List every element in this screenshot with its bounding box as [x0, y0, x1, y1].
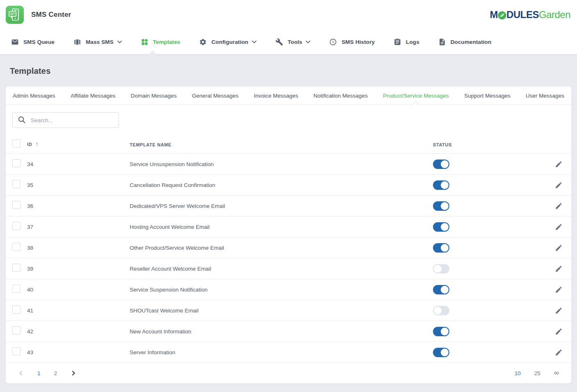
status-toggle[interactable] — [433, 222, 449, 232]
row-checkbox[interactable] — [12, 326, 21, 335]
table-row: 36 Dedicated/VPS Server Welcome Email — [6, 195, 571, 216]
search-icon — [18, 116, 26, 126]
grid-icon — [141, 38, 149, 46]
row-checkbox[interactable] — [12, 201, 21, 209]
gear-icon — [199, 38, 207, 46]
next-page-button[interactable] — [71, 370, 76, 376]
nav-logs[interactable]: Logs — [384, 30, 429, 54]
select-all-checkbox[interactable] — [12, 139, 21, 148]
status-toggle[interactable] — [433, 201, 449, 211]
brand: SMS Center — [6, 6, 71, 24]
nav-tools[interactable]: Tools — [266, 30, 320, 54]
status-toggle[interactable] — [433, 285, 449, 294]
pagination: 1 2 10 25 ∞ — [6, 362, 571, 383]
status-toggle[interactable] — [433, 306, 449, 315]
edit-button[interactable] — [554, 243, 563, 252]
page-size-infinity[interactable]: ∞ — [554, 369, 559, 377]
table-row: 42 New Account Information — [6, 321, 571, 342]
edit-button[interactable] — [554, 201, 563, 210]
tab-admin-messages[interactable]: Admin Messages — [13, 87, 55, 104]
nav-configuration[interactable]: Configuration — [190, 30, 266, 54]
page-size-25[interactable]: 25 — [534, 370, 540, 376]
status-toggle[interactable] — [433, 264, 449, 273]
tab-domain-messages[interactable]: Domain Messages — [131, 87, 177, 104]
edit-button[interactable] — [554, 180, 563, 189]
envelope-icon — [11, 38, 19, 46]
columns-icon — [73, 38, 81, 46]
edit-button[interactable] — [554, 160, 563, 169]
sort-asc-icon[interactable]: ↑ — [35, 141, 38, 147]
nav-mass-sms[interactable]: Mass SMS — [64, 30, 131, 54]
message-category-tabs: Admin Messages Affiliate Messages Domain… — [6, 87, 571, 105]
row-checkbox[interactable] — [12, 264, 21, 272]
logo-text-garden: Garden — [539, 9, 570, 21]
row-checkbox[interactable] — [12, 347, 21, 356]
row-checkbox[interactable] — [12, 159, 21, 167]
tab-affiliate-messages[interactable]: Affiliate Messages — [71, 87, 115, 104]
tab-invoice-messages[interactable]: Invoice Messages — [254, 87, 298, 104]
row-id: 36 — [27, 203, 33, 209]
nav-documentation[interactable]: Documentation — [429, 30, 501, 54]
page-title: Templates — [10, 66, 567, 76]
status-toggle[interactable] — [433, 348, 449, 357]
status-toggle[interactable] — [433, 180, 449, 190]
logo-text-dules: DULES — [506, 9, 539, 21]
globe-icon — [497, 11, 507, 20]
row-id: 40 — [27, 287, 33, 293]
clock-icon — [329, 38, 337, 46]
pagination-pages: 1 2 — [18, 370, 76, 376]
edit-button[interactable] — [554, 264, 563, 273]
row-template-name: Service Suspension Notification — [130, 287, 208, 293]
edit-button[interactable] — [554, 348, 563, 357]
modulesgarden-logo: M DULES Garden — [490, 9, 570, 21]
edit-button[interactable] — [554, 306, 563, 315]
row-template-name: Other Product/Service Welcome Email — [130, 245, 224, 251]
main-nav: SMS Queue Mass SMS Templates Configurati… — [0, 30, 577, 55]
phone-chat-icon — [6, 6, 24, 24]
clipboard-icon — [394, 38, 401, 46]
status-toggle[interactable] — [433, 160, 449, 169]
tab-product-service-messages[interactable]: Product/Service Messages — [383, 87, 449, 104]
search-input[interactable] — [12, 112, 119, 128]
table-row: 37 Hosting Account Welcome Email — [6, 216, 571, 237]
pencil-icon — [555, 265, 563, 273]
row-checkbox[interactable] — [12, 222, 21, 230]
edit-button[interactable] — [554, 327, 563, 336]
row-template-name: Server Information — [130, 349, 175, 356]
pencil-icon — [555, 223, 563, 231]
templates-card: Admin Messages Affiliate Messages Domain… — [6, 87, 571, 383]
row-template-name: SHOUTcast Welcome Email — [130, 308, 199, 314]
document-icon — [438, 38, 446, 46]
pencil-icon — [555, 244, 563, 252]
nav-label: SMS History — [341, 39, 375, 45]
page-number-2[interactable]: 2 — [54, 370, 57, 376]
nav-sms-history[interactable]: SMS History — [320, 30, 384, 54]
edit-button[interactable] — [554, 285, 563, 294]
chevron-down-icon — [252, 41, 256, 43]
nav-templates[interactable]: Templates — [131, 30, 190, 54]
row-id: 35 — [27, 182, 33, 188]
page-number-1[interactable]: 1 — [37, 370, 41, 376]
tab-user-messages[interactable]: User Messages — [526, 87, 564, 104]
column-header-template-name[interactable]: TEMPLATE NAME — [130, 142, 172, 147]
nav-sms-queue[interactable]: SMS Queue — [2, 30, 64, 54]
row-checkbox[interactable] — [12, 285, 21, 293]
tab-general-messages[interactable]: General Messages — [192, 87, 238, 104]
row-checkbox[interactable] — [12, 305, 21, 314]
status-toggle[interactable] — [433, 243, 449, 253]
page-size-10[interactable]: 10 — [515, 370, 521, 376]
nav-label: Templates — [153, 39, 181, 45]
chevron-down-icon — [306, 41, 310, 43]
prev-page-button[interactable] — [18, 370, 24, 376]
active-tab-notch — [412, 101, 419, 108]
row-checkbox[interactable] — [12, 180, 21, 188]
nav-label: Tools — [288, 39, 302, 45]
tab-support-messages[interactable]: Support Messages — [464, 87, 511, 104]
column-header-id[interactable]: ID — [27, 142, 32, 147]
status-toggle[interactable] — [433, 327, 449, 336]
tab-notification-messages[interactable]: Notification Messages — [314, 87, 368, 104]
edit-button[interactable] — [554, 222, 563, 231]
column-header-status: STATUS — [433, 142, 452, 147]
row-checkbox[interactable] — [12, 243, 21, 251]
table-row: 43 Server Information — [6, 342, 571, 362]
